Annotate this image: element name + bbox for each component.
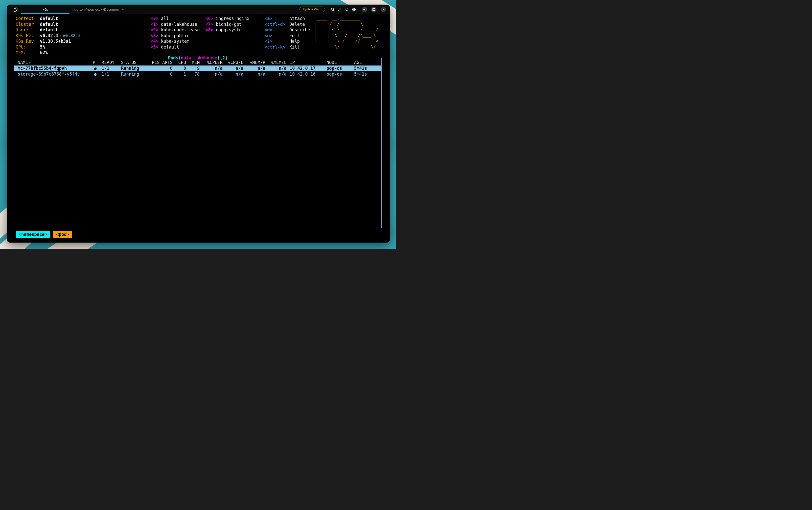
pod-name: mc-77bfbc55b4-fqpvh: [18, 65, 89, 71]
title-resource: Pods(: [168, 55, 181, 60]
tips-button[interactable]: [343, 6, 350, 13]
command-shortcut: <a>Attach: [265, 16, 310, 22]
shortcut-key: <2>: [151, 27, 161, 33]
namespace-shortcut: <0>all: [151, 16, 200, 22]
cluster-info: Context:default Cluster:default User:def…: [16, 16, 81, 56]
pod-name: storage-69b7c8768f-v5f4v: [18, 71, 89, 77]
shortcut-label: Delete: [289, 22, 305, 27]
minimize-button[interactable]: −: [362, 7, 367, 12]
info-label: MEM:: [16, 50, 40, 56]
command-shortcut: <d>Describe: [265, 27, 310, 33]
title-bracket: ]: [225, 55, 228, 60]
column-header-mem-l[interactable]: %MEM/L: [265, 60, 287, 65]
breadcrumb-namespace[interactable]: <namespace>: [16, 231, 50, 238]
pods-panel: Pods(data-lakehouse)[2] NAME↑ PF READY S…: [14, 58, 382, 228]
namespace-shortcuts-col1: <0>all <1>data-lakehouse <2>kube-node-le…: [151, 16, 200, 50]
pod-status: Running: [121, 71, 149, 77]
shortcut-key: <6>: [206, 16, 216, 22]
column-header-status[interactable]: STATUS: [121, 60, 149, 65]
pod-restarts: 0: [149, 65, 173, 71]
breadcrumb: <namespace> <pod>: [16, 231, 72, 238]
shortcut-label: Kill: [289, 45, 300, 50]
maximize-icon: [372, 8, 375, 11]
logo-line: | | \ / /\___ \: [314, 32, 379, 38]
table-row[interactable]: storage-69b7c8768f-v5f4v ● 1/1 Running 0…: [14, 71, 381, 77]
info-value: v0.32.4: [40, 33, 58, 38]
pod-node: pop-os: [327, 65, 354, 71]
pod-age: 5m41s: [354, 65, 378, 71]
breadcrumb-pod[interactable]: <pod>: [53, 231, 72, 238]
info-value: 5%: [40, 45, 45, 50]
shortcut-key: <ctrl-k>: [265, 44, 289, 50]
search-button[interactable]: [329, 6, 336, 13]
column-header-node[interactable]: NODE: [327, 60, 354, 65]
shortcut-label: data-lakehouse: [161, 22, 197, 27]
column-header-mem-r[interactable]: %MEM/R: [243, 60, 265, 65]
info-row-user: User:default: [16, 27, 81, 33]
shortcut-label: cnpg-system: [216, 27, 244, 32]
command-shortcut: <ctrl-d>Delete: [265, 22, 310, 27]
minimize-icon: −: [363, 8, 365, 11]
pod-ready: 1/1: [101, 65, 121, 71]
pod-ip: 10.42.0.16: [287, 71, 327, 77]
shortcut-label: bionic-gpt: [216, 22, 242, 27]
shortcut-label: kube-system: [161, 39, 189, 44]
column-header-pf[interactable]: PF: [89, 60, 101, 65]
logo-line: \/ \/: [314, 44, 379, 50]
shortcut-label: Attach: [289, 16, 305, 21]
panel-title: Pods(data-lakehouse)[2]: [166, 55, 230, 61]
namespace-shortcut: <2>kube-node-lease: [151, 27, 200, 33]
namespace-shortcut: <3>kube-public: [151, 33, 200, 39]
tab-shell[interactable]: ianpurton@pop-os: ~/Document: [70, 5, 119, 14]
tab-label: k9s: [43, 7, 48, 11]
info-row-context: Context:default: [16, 16, 81, 22]
column-header-name[interactable]: NAME↑: [18, 60, 89, 65]
logo-line: | |/ _/ __ \______: [314, 21, 379, 27]
shortcut-key: <8>: [206, 27, 216, 33]
settings-button[interactable]: [350, 6, 357, 13]
upgrade-bolt-icon: ⚡: [58, 33, 63, 38]
shortcut-label: Describe: [289, 27, 310, 32]
column-header-age[interactable]: AGE: [354, 60, 378, 65]
logo-line: |____|__ \ /____//____ >: [314, 38, 379, 44]
pod-cpu-r: n/a: [200, 71, 223, 77]
pod-cpu-r: n/a: [200, 65, 223, 71]
upgrade-version: v0.32.5: [63, 33, 81, 38]
column-header-ready[interactable]: READY: [101, 60, 121, 65]
column-header-ip[interactable]: IP: [287, 60, 327, 65]
k9s-ascii-logo: ____ __.________ | |/ _/ __ \______ | < …: [314, 15, 379, 49]
shortcut-label: ingress-nginx: [216, 16, 249, 21]
info-row-mem: MEM:62%: [16, 50, 81, 56]
pod-ready: 1/1: [101, 71, 121, 77]
info-value: default: [40, 22, 58, 27]
pod-node: pop-os: [327, 71, 354, 77]
search-icon: [330, 7, 335, 12]
tab-k9s[interactable]: k9s: [21, 5, 70, 14]
sidebar-toggle-button[interactable]: [12, 5, 19, 14]
shortcut-key: <ctrl-d>: [265, 22, 289, 27]
close-icon: ×: [383, 8, 385, 11]
pod-cpu: 8: [173, 65, 186, 71]
shortcut-key: <4>: [151, 38, 161, 44]
namespace-shortcut: <8>cnpg-system: [206, 27, 249, 33]
update-warp-button[interactable]: Update Warp: [299, 6, 325, 12]
new-tab-button[interactable]: +: [119, 5, 127, 14]
tab-bar: k9s ianpurton@pop-os: ~/Document + Updat…: [7, 5, 390, 14]
namespace-shortcut: <1>data-lakehouse: [151, 22, 200, 27]
shortcut-key: <e>: [265, 33, 289, 39]
shortcut-label: kube-public: [161, 33, 189, 38]
maximize-button[interactable]: [371, 7, 377, 12]
shortcut-key: <7>: [206, 22, 216, 27]
shortcut-key: <3>: [151, 33, 161, 39]
table-row-selected[interactable]: mc-77bfbc55b4-fqpvh ● 1/1 Running 0 8 9 …: [14, 65, 381, 71]
tabbar-spacer: [127, 5, 299, 14]
command-shortcut: <e>Edit: [265, 33, 310, 39]
command-shortcut: <?>Help: [265, 38, 310, 44]
pod-mem-r: n/a: [243, 71, 265, 77]
info-row-cpu: CPU:5%: [16, 44, 81, 50]
shortcut-label: kube-node-lease: [161, 27, 200, 32]
pod-cpu: 1: [173, 71, 186, 77]
namespace-shortcut: <4>kube-system: [151, 38, 200, 44]
close-button[interactable]: ×: [381, 7, 386, 12]
ai-button[interactable]: [336, 6, 343, 13]
